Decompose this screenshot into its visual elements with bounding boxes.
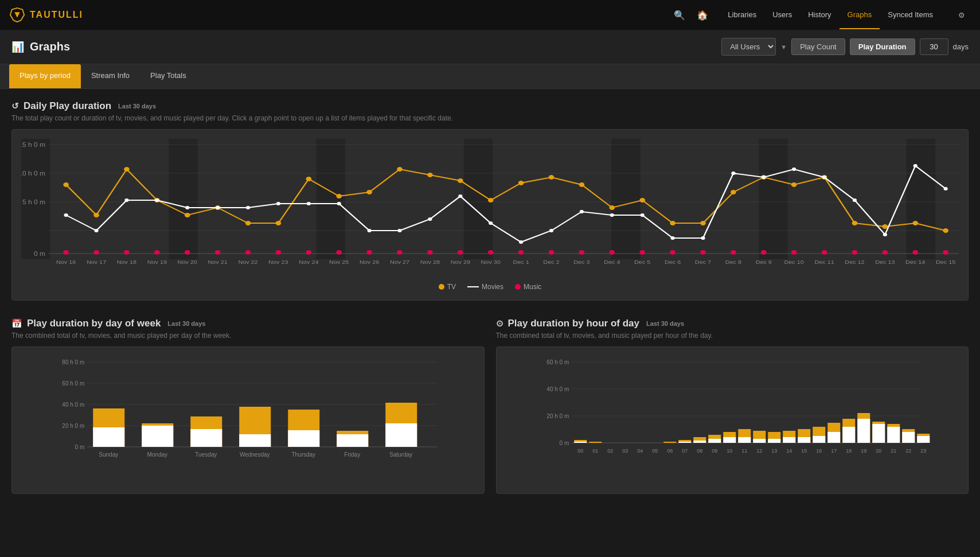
- tab-play-totals[interactable]: Play Totals: [140, 64, 197, 88]
- svg-rect-182: [798, 437, 810, 443]
- svg-text:60 h 0 m: 60 h 0 m: [546, 359, 569, 365]
- weekly-chart-container: 80 h 0 m 60 h 0 m 40 h 0 m 20 h 0 m 0 m: [11, 346, 485, 494]
- legend-tv-dot: [439, 284, 444, 290]
- svg-text:0 m: 0 m: [34, 251, 45, 257]
- legend-music: Music: [515, 283, 541, 291]
- svg-rect-196: [902, 432, 915, 443]
- svg-text:04: 04: [637, 448, 643, 454]
- svg-point-104: [912, 250, 918, 255]
- svg-text:03: 03: [622, 448, 628, 454]
- bottom-row: 📅 Play duration by day of week Last 30 d…: [11, 318, 969, 494]
- svg-point-23: [276, 221, 282, 225]
- weekly-bar-chart: 80 h 0 m 60 h 0 m 40 h 0 m 20 h 0 m 0 m: [21, 356, 475, 482]
- svg-point-67: [701, 236, 705, 240]
- search-icon[interactable]: 🔍: [674, 10, 685, 21]
- days-label: days: [953, 42, 969, 51]
- days-input[interactable]: [920, 38, 948, 55]
- svg-point-95: [639, 250, 645, 255]
- daily-title: ↺ Daily Play duration Last 30 days: [11, 100, 969, 112]
- svg-point-76: [63, 250, 69, 255]
- svg-text:18: 18: [846, 448, 852, 454]
- svg-text:5 h 0 m: 5 h 0 m: [22, 199, 45, 205]
- svg-point-37: [700, 221, 706, 225]
- svg-rect-1: [169, 139, 197, 259]
- play-duration-button[interactable]: Play Duration: [850, 38, 915, 55]
- svg-point-72: [853, 198, 857, 202]
- svg-point-17: [93, 213, 99, 217]
- svg-point-57: [397, 229, 401, 232]
- svg-text:Nov 23: Nov 23: [268, 259, 288, 265]
- svg-point-51: [216, 206, 220, 209]
- svg-text:Dec 9: Dec 9: [756, 259, 772, 265]
- legend-tv: TV: [439, 283, 456, 291]
- svg-text:05: 05: [652, 448, 658, 454]
- graphs-icon: 📊: [11, 41, 24, 53]
- nav-libraries[interactable]: Libraries: [720, 1, 764, 29]
- svg-point-89: [458, 250, 463, 255]
- nav-graphs[interactable]: Graphs: [840, 1, 880, 29]
- settings-icon[interactable]: ⚙: [952, 2, 971, 29]
- svg-point-31: [518, 181, 524, 185]
- svg-text:40 h 0 m: 40 h 0 m: [546, 386, 569, 392]
- logo[interactable]: TAUTULLI: [9, 7, 83, 23]
- svg-point-79: [154, 250, 160, 255]
- svg-point-103: [883, 250, 888, 255]
- svg-text:Saturday: Saturday: [389, 451, 412, 458]
- svg-point-30: [488, 198, 494, 202]
- svg-rect-194: [887, 427, 900, 443]
- svg-point-64: [610, 213, 614, 217]
- svg-text:0 m: 0 m: [75, 444, 85, 450]
- svg-point-22: [245, 221, 251, 225]
- svg-rect-168: [693, 441, 706, 443]
- user-select[interactable]: All Users: [721, 38, 776, 56]
- svg-rect-164: [663, 442, 676, 443]
- nav-synced-items[interactable]: Synced Items: [880, 1, 941, 29]
- main-content: ↺ Daily Play duration Last 30 days The t…: [0, 89, 980, 505]
- svg-point-20: [185, 213, 190, 217]
- svg-point-60: [489, 221, 493, 225]
- weekly-desc: The combined total of tv, movies, and mu…: [11, 332, 485, 340]
- svg-point-85: [336, 250, 342, 255]
- tab-plays-by-period[interactable]: Plays by period: [9, 64, 81, 88]
- svg-text:Dec 2: Dec 2: [543, 259, 560, 265]
- svg-text:Nov 17: Nov 17: [87, 259, 107, 265]
- svg-point-45: [943, 228, 948, 233]
- daily-line-chart: 15 h 0 m 10 h 0 m 5 h 0 m 0 m: [21, 139, 959, 276]
- svg-rect-198: [917, 436, 930, 443]
- svg-rect-186: [827, 432, 840, 443]
- bar-friday-movies: [337, 434, 368, 447]
- nav-history[interactable]: History: [800, 1, 839, 29]
- svg-text:60 h 0 m: 60 h 0 m: [62, 380, 84, 387]
- svg-point-81: [215, 250, 221, 255]
- svg-point-28: [427, 173, 433, 177]
- svg-point-42: [852, 221, 858, 225]
- svg-point-80: [185, 250, 190, 255]
- bar-wednesday-movies: [239, 434, 271, 447]
- svg-text:0 m: 0 m: [559, 440, 569, 446]
- svg-point-78: [124, 250, 130, 255]
- tab-stream-info[interactable]: Stream Info: [81, 64, 140, 88]
- svg-point-94: [609, 250, 615, 255]
- tabs-bar: Plays by period Stream Info Play Totals: [0, 64, 980, 89]
- svg-point-69: [762, 176, 766, 179]
- svg-text:Nov 25: Nov 25: [329, 259, 349, 265]
- hourly-bar-chart: 60 h 0 m 40 h 0 m 20 h 0 m 0 m: [506, 356, 959, 482]
- svg-point-52: [246, 206, 250, 209]
- svg-point-58: [428, 217, 432, 221]
- svg-point-26: [366, 190, 372, 194]
- svg-text:Nov 29: Nov 29: [451, 259, 471, 265]
- svg-text:Dec 8: Dec 8: [725, 259, 742, 265]
- play-count-button[interactable]: Play Count: [791, 38, 845, 55]
- svg-rect-166: [678, 442, 691, 443]
- home-icon[interactable]: 🏠: [697, 10, 708, 21]
- svg-point-48: [124, 198, 128, 202]
- svg-text:Dec 4: Dec 4: [604, 259, 620, 265]
- svg-text:11: 11: [741, 448, 747, 454]
- nav-users[interactable]: Users: [764, 1, 800, 29]
- svg-text:Dec 11: Dec 11: [814, 259, 834, 265]
- svg-text:Nov 30: Nov 30: [481, 259, 501, 265]
- svg-point-38: [731, 190, 736, 194]
- svg-point-34: [609, 205, 615, 210]
- bar-thursday-movies: [288, 430, 319, 447]
- svg-text:22: 22: [905, 448, 911, 454]
